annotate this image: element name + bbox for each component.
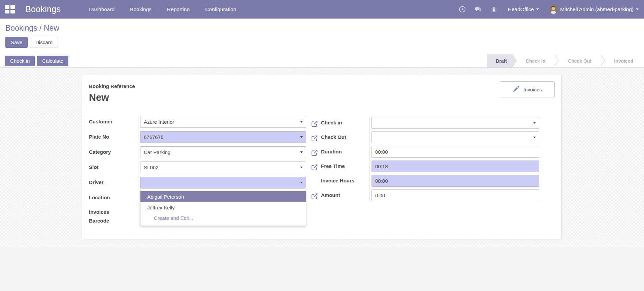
dropdown-caret-icon: [300, 121, 303, 124]
field-label-category: Category: [89, 146, 140, 158]
field-label-plate-no: Plate No: [89, 131, 140, 143]
dropdown-option-jeffrey-kelly[interactable]: Jeffrey Kelly: [140, 202, 306, 213]
booking-reference-value: New: [89, 92, 555, 103]
top-navbar: Bookings DashboardBookingsReportingConfi…: [0, 0, 644, 19]
driver-select[interactable]: [140, 177, 306, 188]
field-row-driver: Driver: [89, 177, 306, 188]
field-row-check-out: Check Out: [306, 132, 555, 143]
dropdown-caret-icon: [300, 182, 303, 185]
status-step-draft[interactable]: Draft: [487, 54, 517, 67]
field-label-free-time: Free Time: [321, 161, 369, 172]
field-label-driver: Driver: [89, 177, 140, 188]
field-label-customer: Customer: [89, 116, 140, 128]
dropdown-caret-icon: [533, 122, 536, 125]
nav-menu-configuration[interactable]: Configuration: [205, 6, 236, 12]
systray: HeadOffice Mitchell Admin (ahmed-parking…: [459, 5, 639, 14]
field-row-duration: Duration00:00: [306, 146, 555, 158]
calculate-button[interactable]: Calculate: [37, 56, 68, 66]
status-step-invoiced[interactable]: Invoiced: [605, 54, 642, 67]
dropdown-option-abigail-peterson[interactable]: Abigail Peterson: [140, 191, 306, 202]
form-sheet: Booking Reference New Invoices CustomerA…: [82, 75, 562, 239]
field-label-invoice-hours: Invoice Hours: [321, 175, 369, 187]
form-statusbar: Check inCalculate DraftCheck InCheck Out…: [0, 54, 644, 68]
plate-no-value: 6767676: [144, 134, 163, 140]
page-footer: [0, 246, 644, 291]
customer-value: Azure Interior: [144, 119, 174, 125]
status-step-check-in[interactable]: Check In: [517, 54, 554, 67]
breadcrumb-separator: /: [39, 24, 41, 32]
invoices-smart-button-label: Invoices: [523, 87, 542, 92]
pencil-icon: [513, 85, 520, 93]
nav-menu-dashboard[interactable]: Dashboard: [89, 6, 115, 12]
left-field-column: CustomerAzure InteriorPlate No6767676Cat…: [89, 116, 306, 224]
user-name: Mitchell Admin (ahmed-parking): [560, 6, 634, 12]
invoice-hours-value: 00:00: [375, 178, 388, 184]
external-link-icon[interactable]: [311, 190, 318, 201]
apps-grid-icon[interactable]: [5, 5, 15, 14]
clock-icon[interactable]: [459, 6, 466, 13]
icon-spacer: [311, 175, 318, 187]
field-row-plate-no: Plate No6767676: [89, 131, 306, 143]
company-switcher[interactable]: HeadOffice: [508, 6, 539, 12]
field-label-check-out: Check Out: [321, 132, 369, 143]
column-divider: [138, 117, 138, 188]
breadcrumb: Bookings / New: [5, 23, 644, 33]
nav-menu-reporting[interactable]: Reporting: [167, 6, 190, 12]
content-area: Booking Reference New Invoices CustomerA…: [0, 68, 644, 246]
free-time-input[interactable]: 00:18: [372, 161, 539, 172]
duration-value: 00:00: [375, 149, 388, 155]
column-divider: [369, 117, 370, 202]
dropdown-caret-icon: [533, 137, 536, 140]
free-time-value: 00:18: [375, 164, 388, 169]
dropdown-caret-icon: [300, 167, 303, 170]
dropdown-option-create-and-edit[interactable]: Create and Edit...: [140, 213, 306, 223]
status-steps: DraftCheck InCheck OutInvoiced: [487, 54, 642, 67]
field-label-amount: Amount: [321, 190, 369, 201]
breadcrumb-current: New: [44, 24, 59, 32]
bug-icon[interactable]: [491, 6, 497, 12]
field-label-slot: Slot: [89, 162, 140, 173]
field-row-customer: CustomerAzure Interior: [89, 116, 306, 128]
save-button[interactable]: Save: [5, 37, 28, 48]
status-step-check-out[interactable]: Check Out: [559, 54, 600, 67]
control-panel: Bookings / New Save Discard: [0, 19, 644, 54]
invoices-smart-button[interactable]: Invoices: [500, 81, 555, 97]
discard-button[interactable]: Discard: [30, 37, 58, 48]
field-row-category: CategoryCar Parking: [89, 146, 306, 158]
check-out-select[interactable]: [372, 132, 539, 143]
amount-value: 0.00: [375, 193, 385, 198]
slot-select[interactable]: SL002: [140, 162, 306, 173]
breadcrumb-parent[interactable]: Bookings: [5, 24, 37, 32]
category-select[interactable]: Car Parking: [140, 146, 306, 158]
external-link-icon[interactable]: [311, 146, 318, 158]
dropdown-caret-icon: [300, 136, 303, 139]
chevron-down-icon: [636, 8, 639, 11]
nav-menu-bookings[interactable]: Bookings: [130, 6, 152, 12]
external-link-icon[interactable]: [311, 117, 318, 129]
user-menu[interactable]: Mitchell Admin (ahmed-parking): [549, 5, 639, 14]
external-link-icon[interactable]: [311, 161, 318, 172]
field-row-invoice-hours: Invoice Hours00:00: [306, 175, 555, 187]
duration-input[interactable]: 00:00: [372, 146, 539, 158]
field-row-amount: Amount0.00: [306, 190, 555, 201]
check-in-select[interactable]: [372, 117, 539, 129]
right-field-column: Check inCheck OutDuration00:00Free Time0…: [306, 116, 555, 224]
invoice-hours-input[interactable]: 00:00: [372, 175, 539, 187]
check-in-button[interactable]: Check in: [5, 56, 35, 66]
category-value: Car Parking: [144, 149, 170, 155]
driver-dropdown-menu: Abigail PetersonJeffrey KellyCreate and …: [140, 189, 306, 226]
field-row-slot: SlotSL002: [89, 162, 306, 173]
step-separator-icon: [554, 54, 559, 68]
dropdown-caret-icon: [300, 151, 303, 154]
customer-select[interactable]: Azure Interior: [140, 116, 306, 128]
app-title: Bookings: [25, 4, 61, 14]
chevron-down-icon: [536, 8, 539, 11]
field-label-check-in: Check in: [321, 117, 369, 129]
avatar: [549, 5, 558, 14]
company-name: HeadOffice: [508, 6, 534, 12]
external-link-icon[interactable]: [311, 132, 318, 143]
field-label-duration: Duration: [321, 146, 369, 158]
amount-input[interactable]: 0.00: [372, 190, 539, 201]
plate-no-select[interactable]: 6767676: [140, 131, 306, 143]
chat-icon[interactable]: [475, 6, 482, 13]
